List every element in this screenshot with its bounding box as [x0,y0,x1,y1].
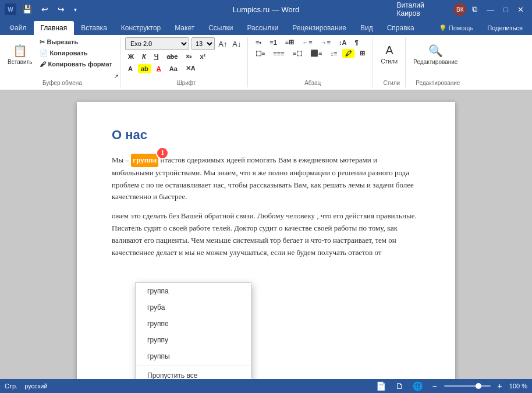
line-spacing-button[interactable]: ↕≡ [327,49,340,58]
decrease-font-button[interactable]: A↓ [231,38,243,49]
styles-label: Стили [381,58,398,65]
align-left-button[interactable]: ⬚≡ [253,48,268,58]
spell-suggestion-4[interactable]: группу [136,332,251,348]
tab-home[interactable]: Главная [34,21,75,35]
spell-suggestion-2[interactable]: груба [136,299,251,316]
underline-button[interactable]: Ч [151,52,162,61]
change-case-button[interactable]: Aa [166,64,180,73]
highlighted-word: группа [131,154,158,167]
highlight-color-button[interactable]: ab [138,64,151,73]
increase-font-button[interactable]: A↑ [217,38,229,49]
status-right: 📄 🗋 🌐 − + 100 % [374,381,527,391]
tab-help[interactable]: Справка [380,21,421,35]
page-info: Стр. [5,383,17,390]
align-right-button[interactable]: ≡⬚ [290,48,305,58]
justify-button[interactable]: ⬛≡ [307,48,325,58]
paste-label: Вставить [8,59,32,65]
read-mode-button[interactable]: 📄 [374,381,388,391]
show-marks-button[interactable]: ¶ [352,38,361,47]
zoom-plus-btn[interactable]: + [495,381,505,391]
ribbon: Файл Главная Вставка Конструктор Макет С… [0,19,532,90]
user-avatar[interactable]: ВК [453,3,466,16]
font-label: Шрифт [176,80,196,86]
maximize-button[interactable]: □ [500,0,512,19]
clear-format-button[interactable]: ✕A [183,63,198,73]
username: Виталий Каиров [397,1,449,17]
zoom-minus-btn[interactable]: − [430,381,439,391]
skip-all-button[interactable]: Пропустить все [136,367,251,379]
save-button[interactable]: 💾 [19,3,36,15]
minimize-button[interactable]: — [483,0,498,19]
ribbon-body: 📋 Вставить ✂ Вырезать 📄 Копировать 🖌 Коп… [0,35,532,90]
numbering-button[interactable]: ≡1 [267,38,280,47]
bullets-button[interactable]: ≡• [253,38,264,47]
styles-icon: A [385,44,393,57]
redo-button[interactable]: ↪ [54,3,68,15]
status-bar: Стр. русский 📄 🗋 🌐 − + 100 % [0,379,532,393]
subscript-button[interactable]: x₂ [183,51,194,61]
tab-view[interactable]: Вид [353,21,380,35]
paste-button[interactable]: 📋 Вставить [5,37,35,71]
format-painter-button[interactable]: 🖌 Копировать формат [37,59,115,69]
document-page[interactable]: О нас Мы – группа 1 нтастов одержимых ид… [77,102,455,379]
context-menu: группа груба группе группу группы Пропус… [135,282,251,379]
copy-button[interactable]: 📄 Копировать [37,48,115,58]
cut-button[interactable]: ✂ Вырезать [37,37,115,47]
spell-suggestion-5[interactable]: группы [136,348,251,364]
editing-label: Редактирование [413,59,457,65]
paragraph-row2: ⬚≡ ≡≡≡ ≡⬚ ⬛≡ ↕≡ 🖍 ⊞ [253,48,368,59]
tab-design[interactable]: Конструктор [114,21,168,35]
print-layout-button[interactable]: 🗋 [393,381,406,391]
styles-button[interactable]: A Стили [378,37,400,71]
font-row1: Exo 2.0 13 A↑ A↓ [125,37,243,51]
editing-button[interactable]: 🔍 Редактирование [410,37,460,71]
font-color-button[interactable]: A [154,64,164,73]
strikethrough-button[interactable]: abc [164,52,180,61]
restore-button[interactable]: ⧉ [469,0,481,19]
tab-review[interactable]: Рецензирование [285,21,353,35]
borders-button[interactable]: ⊞ [357,48,368,58]
tab-insert[interactable]: Вставка [74,21,114,35]
tab-references[interactable]: Ссылки [201,21,240,35]
font-row2: Ж К Ч abc x₂ x² [125,51,208,62]
doc-paragraph1: Мы – группа 1 нтастов одержимых идеей по… [112,154,420,203]
tab-layout[interactable]: Макет [168,21,201,35]
ribbon-tabs: Файл Главная Вставка Конструктор Макет С… [0,19,532,35]
decrease-indent-button[interactable]: ←≡ [299,38,315,47]
close-button[interactable]: ✕ [514,0,527,19]
increase-indent-button[interactable]: →≡ [318,38,334,47]
word-icon: W [5,3,16,15]
font-name-select[interactable]: Exo 2.0 [125,37,189,50]
font-size-select[interactable]: 13 [191,37,215,50]
italic-button[interactable]: К [139,52,149,61]
zoom-level[interactable]: 100 % [509,383,527,390]
bold-button[interactable]: Ж [125,52,137,61]
paragraph-label: Абзац [304,80,321,86]
spell-suggestion-3[interactable]: группе [136,316,251,332]
sort-button[interactable]: ↕A [336,38,349,47]
clipboard-expand[interactable]: ↗ [114,73,119,79]
fill-color-button[interactable]: 🖍 [342,49,354,58]
customize-qat-button[interactable]: ▾ [70,5,80,14]
share-button[interactable]: Поделиться [480,21,530,35]
zoom-slider[interactable] [444,385,491,387]
doc-heading: О нас [112,125,420,144]
web-view-button[interactable]: 🌐 [410,381,425,391]
paragraph-group: ≡• ≡1 ≡⊞ ←≡ →≡ ↕A ¶ ⬚≡ ≡≡≡ ≡⬚ ⬛≡ ↕≡ 🖍 ⊞ … [253,37,373,87]
tab-help-btn[interactable]: 💡 Помощь [432,21,481,35]
title-bar: W 💾 ↩ ↪ ▾ Lumpics.ru — Word Виталий Каир… [0,0,532,19]
tab-mailings[interactable]: Рассылки [240,21,285,35]
language-indicator[interactable]: русский [24,383,47,390]
editing-group-label: Редактирование [416,80,460,86]
superscript-button[interactable]: x² [197,52,208,61]
title-bar-left: W 💾 ↩ ↪ ▾ [5,3,136,15]
multilevel-button[interactable]: ≡⊞ [282,37,297,47]
spell-suggestion-1[interactable]: группа [136,283,251,299]
undo-button[interactable]: ↩ [38,3,52,15]
cut-copy-format: ✂ Вырезать 📄 Копировать 🖌 Копировать фор… [37,37,115,78]
tab-file[interactable]: Файл [2,21,34,35]
align-center-button[interactable]: ≡≡≡ [270,49,287,58]
document-area: О нас Мы – группа 1 нтастов одержимых ид… [0,90,532,379]
text-effects-button[interactable]: A [125,64,136,73]
clipboard-label: Буфер обмена [42,80,82,86]
